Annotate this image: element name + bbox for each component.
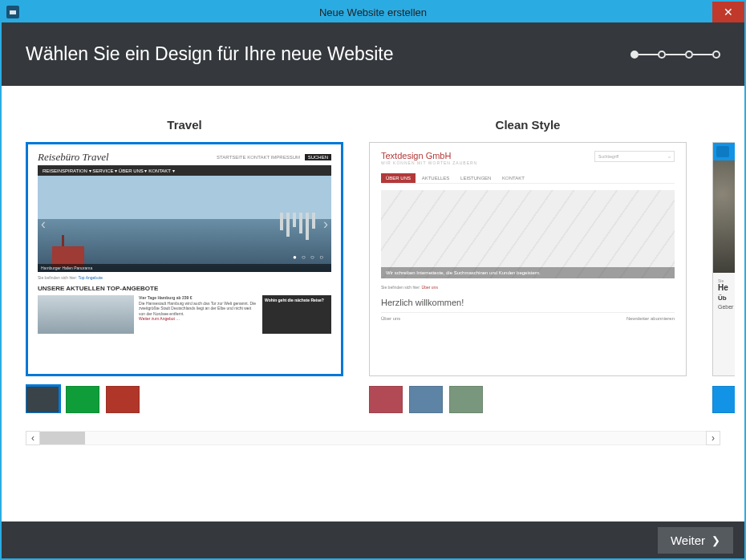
step-dot-1 — [630, 51, 639, 59]
scroll-track[interactable] — [40, 431, 706, 445]
swatch-dark[interactable] — [26, 386, 59, 413]
arrows-icon — [716, 146, 729, 157]
scroll-thumb[interactable] — [40, 432, 85, 444]
template-card-travel: Travel Reisebüro Travel STARTSEITE KONTA… — [26, 118, 343, 413]
swatch-blue[interactable] — [409, 386, 443, 413]
app-icon — [6, 6, 19, 18]
step-dot-2 — [658, 51, 666, 59]
close-button[interactable]: ✕ — [712, 2, 744, 22]
mock-hero-image: Wir schreiben Internettexte, die Suchmas… — [381, 190, 675, 278]
chevron-left-icon: ‹ — [31, 432, 34, 444]
template-card-partial: Sie He Üb Geber — [712, 118, 735, 413]
template-gallery: Travel Reisebüro Travel STARTSEITE KONTA… — [2, 86, 744, 521]
swatch-sage[interactable] — [449, 386, 483, 413]
mock-search: Suchbegriff ⌕ — [594, 151, 675, 162]
window-title: Neue Website erstellen — [2, 6, 744, 18]
next-button[interactable]: Weiter ❯ — [658, 527, 733, 554]
mock-hero-image: ‹ › ● ○ ○ ○ Hamburger Hafen Panorama — [38, 176, 331, 272]
wizard-footer: Weiter ❯ — [2, 521, 744, 558]
scroll-right-button[interactable]: › — [706, 431, 720, 445]
next-button-label: Weiter — [671, 534, 705, 547]
svg-rect-0 — [10, 10, 16, 14]
template-name: Clean Style — [496, 118, 561, 132]
swatch-rose[interactable] — [369, 386, 403, 413]
color-swatches — [712, 386, 735, 413]
chevron-left-icon: ‹ — [41, 216, 46, 233]
step-dot-3 — [685, 51, 693, 59]
page-title: Wählen Sie ein Design für Ihre neue Webs… — [26, 43, 394, 65]
titlebar: Neue Website erstellen ✕ — [2, 2, 744, 22]
chevron-right-icon: › — [323, 216, 328, 233]
close-icon: ✕ — [724, 6, 733, 18]
swatch-green[interactable] — [66, 386, 99, 413]
chevron-right-icon: › — [712, 432, 715, 444]
scroll-left-button[interactable]: ‹ — [26, 431, 40, 445]
step-dot-4 — [712, 51, 720, 59]
horizontal-scrollbar[interactable]: ‹ › — [26, 431, 720, 445]
wizard-header: Wählen Sie ein Design für Ihre neue Webs… — [2, 22, 744, 86]
template-preview-travel[interactable]: Reisebüro Travel STARTSEITE KONTAKT IMPR… — [26, 142, 343, 376]
color-swatches — [369, 386, 483, 413]
step-indicator — [630, 51, 720, 59]
swatch-red[interactable] — [106, 386, 140, 413]
color-swatches — [26, 386, 140, 413]
template-name: Travel — [167, 118, 201, 132]
template-preview-partial[interactable]: Sie He Üb Geber — [712, 142, 735, 376]
template-card-clean-style: Clean Style Textdesign GmbH WIR KÖNNEN M… — [369, 118, 687, 413]
swatch-blue[interactable] — [712, 386, 735, 413]
search-icon: ⌕ — [668, 154, 671, 159]
template-preview-clean-style[interactable]: Textdesign GmbH WIR KÖNNEN MIT WORTEN ZA… — [369, 142, 687, 376]
chevron-right-icon: ❯ — [712, 534, 720, 546]
